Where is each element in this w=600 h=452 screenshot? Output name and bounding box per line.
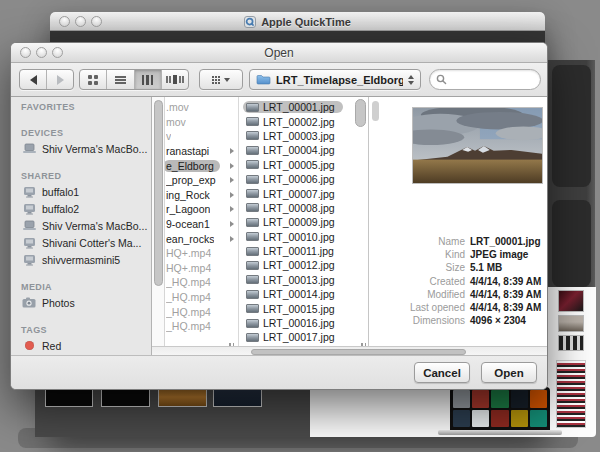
sidebar-item-buffalo1[interactable]: buffalo1 [11, 183, 151, 200]
folder-row[interactable]: 9-ocean1 [165, 217, 237, 232]
search-icon [436, 74, 447, 85]
display-icon [21, 254, 37, 266]
sidebar-item-shivvermasmini5[interactable]: shivvermasmini5 [11, 251, 151, 268]
background-card [552, 200, 591, 287]
disclosure-triangle-icon [230, 163, 234, 169]
dialog-titlebar[interactable]: Open [11, 43, 547, 63]
folder-row[interactable]: v [165, 129, 237, 144]
sidebar-item-shivani-cotter[interactable]: Shivani Cotter's Ma... [11, 234, 151, 251]
sidebar-item-shiv-verma-macbook-shared[interactable]: Shiv Verma's MacBo... [11, 217, 151, 234]
photo-thumbnail [558, 335, 584, 351]
file-row[interactable]: LRT_00010.jpg [239, 230, 354, 244]
image-file-icon [246, 319, 259, 328]
sidebar-header-favorites: FAVORITES [11, 100, 151, 114]
quicktime-titlebar[interactable]: Apple QuickTime [50, 12, 545, 31]
file-row[interactable]: LRT_00012.jpg [239, 258, 354, 272]
sidebar-item-buffalo2[interactable]: buffalo2 [11, 200, 151, 217]
list-view-button[interactable] [106, 70, 133, 89]
location-popup-label: LRT_Timelapse_Eldborg [276, 74, 403, 86]
folder-row[interactable]: HQ+.mp4 [165, 261, 237, 276]
arrange-menu-button[interactable] [199, 69, 243, 90]
sidebar-item-tag-red[interactable]: Red [11, 337, 151, 354]
image-file-icon [246, 304, 259, 313]
image-file-icon [246, 117, 259, 126]
folder-row[interactable]: _prop_exp [165, 173, 237, 188]
file-row[interactable]: LRT_00004.jpg [239, 143, 354, 157]
column-view-icon [142, 75, 153, 85]
display-icon [21, 203, 37, 215]
scrollbar-thumb[interactable] [154, 100, 163, 286]
sidebar-item-photos[interactable]: Photos [11, 294, 151, 311]
coverflow-view-icon [166, 75, 185, 84]
sidebar: FAVORITES DEVICES Shiv Verma's MacBo... … [11, 97, 152, 357]
file-metadata: NameLRT_00001.jpg KindJPEG image Size5.1… [369, 235, 541, 327]
image-file-icon [246, 247, 259, 256]
cancel-button[interactable]: Cancel [414, 362, 470, 383]
file-row[interactable]: LRT_00013.jpg [239, 273, 354, 287]
file-row[interactable]: LRT_00015.jpg [239, 301, 354, 315]
folder-row[interactable]: _HQ.mp4 [165, 304, 237, 319]
nav-buttons [19, 69, 74, 90]
file-row[interactable]: LRT_00005.jpg [239, 158, 354, 172]
forward-button[interactable] [46, 70, 73, 89]
icon-view-button[interactable] [80, 70, 106, 89]
folder-row[interactable]: ean_rocks [165, 231, 237, 246]
file-dimensions-value: 4096 × 2304 [470, 315, 526, 326]
file-row[interactable]: LRT_00007.jpg [239, 186, 354, 200]
file-row[interactable]: LRT_00014.jpg [239, 287, 354, 301]
image-file-icon [246, 103, 259, 112]
folder-row[interactable]: _HQ.mp4 [165, 290, 237, 305]
folder-row[interactable]: mov [165, 115, 237, 130]
image-file-icon [246, 232, 259, 241]
view-mode-buttons [79, 69, 189, 90]
file-row[interactable]: LRT_00017.jpg [239, 330, 354, 344]
folder-row-selected[interactable]: e_Eldborg [165, 158, 237, 173]
sidebar-header-tags: TAGS [11, 323, 151, 337]
folder-row[interactable]: _HQ.mp4 [165, 319, 237, 334]
scrollbar-thumb[interactable] [355, 99, 366, 127]
back-button[interactable] [20, 70, 46, 89]
files-column-scrollbar[interactable] [354, 97, 368, 357]
coverflow-view-button[interactable] [161, 70, 188, 89]
forward-icon [57, 75, 64, 85]
image-file-icon [246, 146, 259, 155]
display-icon [21, 186, 37, 198]
dialog-title: Open [11, 46, 547, 60]
folder-row[interactable]: r_Lagoon [165, 202, 237, 217]
column-view-button[interactable] [134, 70, 161, 89]
laptop-icon [21, 143, 37, 154]
background-window-dark [548, 60, 595, 287]
file-row[interactable]: LRT_00002.jpg [239, 114, 354, 128]
file-row[interactable]: LRT_00003.jpg [239, 129, 354, 143]
folder-row[interactable]: _HQ.mp4 [165, 275, 237, 290]
folders-column-scrollbar[interactable] [152, 97, 165, 357]
folder-row[interactable]: HQ+.mp4 [165, 246, 237, 261]
display-icon [21, 237, 37, 249]
preview-column: NameLRT_00001.jpg KindJPEG image Size5.1… [368, 97, 547, 357]
location-popup[interactable]: LRT_Timelapse_Eldborg [249, 69, 421, 90]
file-row-selected[interactable]: LRT_00001.jpg [239, 100, 354, 114]
list-view-icon [115, 76, 126, 84]
file-row[interactable]: LRT_00009.jpg [239, 215, 354, 229]
sidebar-item-shiv-verma-macbook[interactable]: Shiv Verma's MacBo... [11, 140, 151, 157]
folder-row[interactable]: ing_Rock [165, 188, 237, 203]
image-file-icon [246, 203, 259, 212]
preview-image [412, 107, 543, 184]
open-dialog: Open [10, 42, 548, 390]
file-row[interactable]: LRT_00008.jpg [239, 201, 354, 215]
file-row[interactable]: LRT_00006.jpg [239, 172, 354, 186]
back-icon [30, 75, 37, 85]
search-field[interactable] [429, 69, 541, 90]
scrollbar-thumb[interactable] [372, 101, 379, 121]
folders-column: .mov mov v ranastapi e_Eldborg _prop_exp… [165, 97, 237, 357]
search-input[interactable] [451, 72, 540, 87]
file-modified-value: 4/4/14, 8:39 AM [470, 289, 541, 300]
folder-row[interactable]: .mov [165, 100, 237, 115]
red-tag-icon [25, 341, 34, 350]
photo-thumbnail [558, 290, 584, 312]
file-row[interactable]: LRT_00016.jpg [239, 316, 354, 330]
image-file-icon [246, 333, 259, 342]
file-row[interactable]: LRT_00011.jpg [239, 244, 354, 258]
open-button[interactable]: Open [481, 362, 537, 383]
folder-row[interactable]: ranastapi [165, 144, 237, 159]
